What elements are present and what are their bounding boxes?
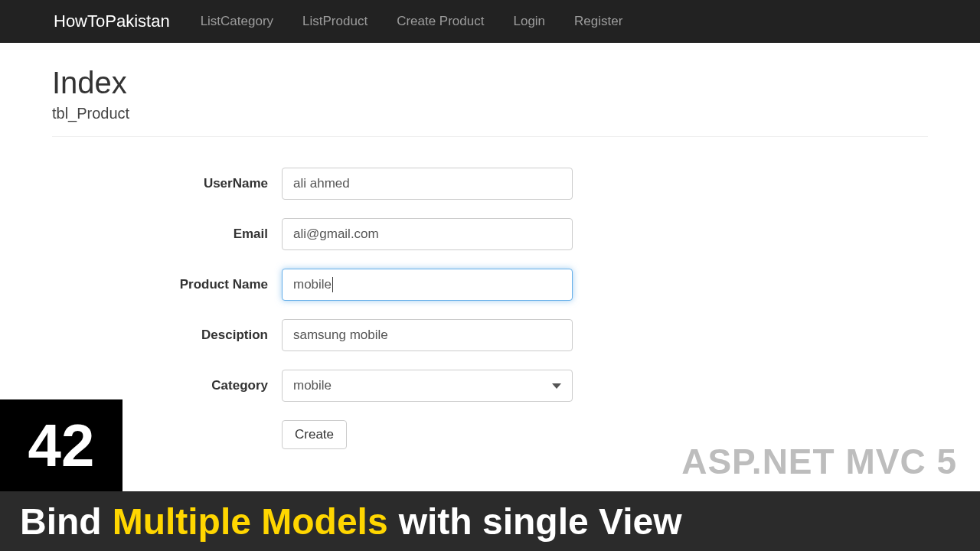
chevron-down-icon [552, 383, 561, 389]
brand-link[interactable]: HowToPakistan [54, 11, 170, 31]
row-productname: Product Name mobile [52, 269, 928, 301]
main-content: Index tbl_Product UserName Email Product… [0, 43, 980, 449]
overlay-title-bar: Bind Multiple Models with single View [0, 491, 980, 551]
nav-listproduct[interactable]: ListProduct [302, 14, 368, 29]
category-select[interactable]: mobile [282, 370, 573, 402]
row-description: Desciption [52, 319, 928, 351]
divider [52, 136, 928, 137]
row-category: Category mobile [52, 370, 928, 402]
overlay-framework: ASP.NET MVC 5 [681, 441, 957, 482]
nav-login[interactable]: Login [513, 14, 545, 29]
productname-value: mobile [293, 277, 332, 292]
page-title: Index [52, 66, 928, 100]
productname-field[interactable]: mobile [282, 269, 573, 301]
overlay-title-post: with single View [399, 500, 682, 543]
create-button[interactable]: Create [282, 420, 347, 449]
username-field[interactable] [282, 168, 573, 200]
nav-listcategory[interactable]: ListCategory [201, 14, 273, 29]
nav-createproduct[interactable]: Create Product [397, 14, 484, 29]
overlay-number: 42 [0, 399, 122, 491]
row-username: UserName [52, 168, 928, 200]
label-description: Desciption [52, 328, 282, 343]
navbar: HowToPakistan ListCategory ListProduct C… [0, 0, 980, 43]
description-field[interactable] [282, 319, 573, 351]
label-category: Category [52, 378, 282, 393]
email-field[interactable] [282, 218, 573, 250]
nav-register[interactable]: Register [574, 14, 622, 29]
label-productname: Product Name [52, 277, 282, 292]
category-value: mobile [293, 378, 332, 393]
overlay-title-pre: Bind [20, 500, 102, 543]
page-subtitle: tbl_Product [52, 105, 928, 122]
label-username: UserName [52, 176, 282, 191]
label-email: Email [52, 227, 282, 242]
row-email: Email [52, 218, 928, 250]
overlay-title-highlight: Multiple Models [113, 500, 388, 543]
text-cursor-icon [332, 277, 333, 292]
